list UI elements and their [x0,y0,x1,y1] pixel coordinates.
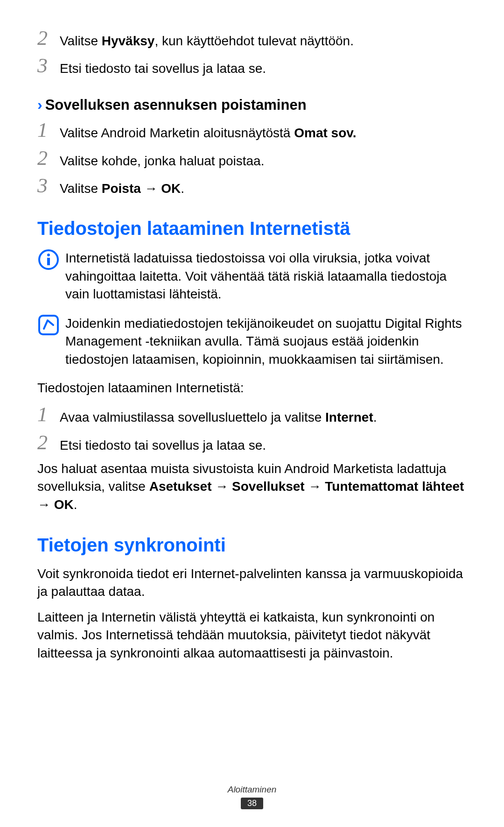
step-number: 1 [37,404,60,425]
step-text: Etsi tiedosto tai sovellus ja lataa se. [60,432,467,454]
download-intro-text: Tiedostojen lataaminen Internetistä: [37,379,467,397]
step-number: 2 [37,28,60,49]
step-number: 3 [37,176,60,196]
svg-rect-2 [47,258,50,265]
step-text: Valitse Poista → OK. [60,176,467,198]
step-item: 3 Etsi tiedosto tai sovellus ja lataa se… [37,56,467,78]
footer-section-label: Aloittaminen [0,785,504,795]
step-item: 2 Etsi tiedosto tai sovellus ja lataa se… [37,432,467,454]
step-number: 2 [37,148,60,169]
heading-download-files: Tiedostojen lataaminen Internetistä [37,218,467,239]
subheading-uninstall: › Sovelluksen asennuksen poistaminen [37,96,467,113]
step-item: 2 Valitse Hyväksy, kun käyttöehdot tulev… [37,28,467,50]
step-number: 1 [37,120,60,141]
sync-paragraph-1: Voit synkronoida tiedot eri Internet-pal… [37,565,467,601]
heading-sync: Tietojen synkronointi [37,535,467,556]
subheading-text: Sovelluksen asennuksen poistaminen [45,97,307,113]
step-text: Valitse kohde, jonka haluat poistaa. [60,148,467,170]
page-footer: Aloittaminen 38 [0,785,504,809]
install-note-text: Jos haluat asentaa muista sivustoista ku… [37,460,467,514]
info-note: Joidenkin mediatiedostojen tekijänoikeud… [37,314,467,369]
step-text: Valitse Hyväksy, kun käyttöehdot tulevat… [60,28,467,50]
step-item: 2 Valitse kohde, jonka haluat poistaa. [37,148,467,170]
step-number: 2 [37,432,60,453]
note-icon [37,314,60,336]
chevron-right-icon: › [37,96,42,113]
page-number-badge: 38 [241,798,263,809]
warning-text: Internetistä ladatuissa tiedostoissa voi… [65,248,467,304]
svg-rect-3 [39,316,58,334]
step-text: Valitse Android Marketin aloitusnäytöstä… [60,120,467,142]
sync-paragraph-2: Laitteen ja Internetin välistä yhteyttä … [37,608,467,663]
warning-icon [37,248,60,271]
step-item: 3 Valitse Poista → OK. [37,176,467,198]
step-item: 1 Valitse Android Marketin aloitusnäytös… [37,120,467,142]
step-item: 1 Avaa valmiustilassa sovellusluettelo j… [37,404,467,426]
step-text: Etsi tiedosto tai sovellus ja lataa se. [60,56,467,78]
svg-point-1 [47,254,50,256]
info-text: Joidenkin mediatiedostojen tekijänoikeud… [65,314,467,369]
warning-note: Internetistä ladatuissa tiedostoissa voi… [37,248,467,304]
step-text: Avaa valmiustilassa sovellusluettelo ja … [60,404,467,426]
step-number: 3 [37,56,60,76]
